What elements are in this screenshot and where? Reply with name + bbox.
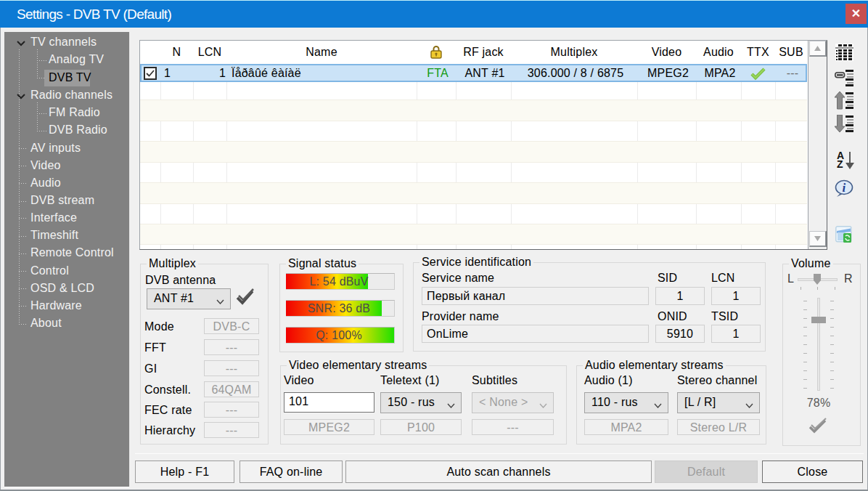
svg-text:i: i <box>843 181 846 195</box>
